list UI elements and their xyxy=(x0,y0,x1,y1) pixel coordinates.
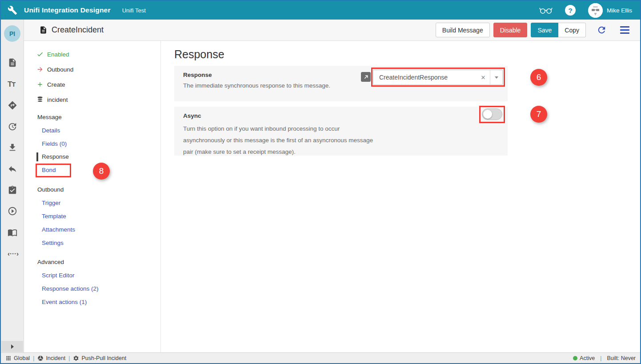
nav-item-bond[interactable]: Bond xyxy=(42,167,56,173)
nav-item-response-actions[interactable]: Response actions (2) xyxy=(42,285,99,292)
grid-icon xyxy=(5,355,12,361)
integration-avatar[interactable]: PI xyxy=(4,25,20,42)
wrench-icon xyxy=(8,5,17,15)
nav-item-settings[interactable]: Settings xyxy=(42,240,64,246)
nav-item-details[interactable]: Details xyxy=(42,127,60,134)
statusbar-status: Active Built: Never xyxy=(573,355,636,361)
save-button[interactable]: Save xyxy=(531,23,558,37)
unifi-integration-designer-app: Unifi Integration Designer Unifi Test xyxy=(0,0,641,364)
async-toggle[interactable] xyxy=(482,108,502,120)
text-fields-icon[interactable]: TT xyxy=(8,80,17,90)
active-status-dot xyxy=(573,356,577,360)
environment-label: Unifi Test xyxy=(122,7,146,14)
icon-rail: PI TT ‹···› xyxy=(1,20,24,352)
download-icon[interactable] xyxy=(8,143,17,152)
glasses-icon[interactable] xyxy=(539,6,553,15)
annotation-badge-8: 8 xyxy=(93,163,110,180)
directions-icon[interactable] xyxy=(8,100,17,110)
clear-icon[interactable] xyxy=(477,74,490,81)
open-reference-icon[interactable] xyxy=(361,72,371,82)
built-status-label: Built: Never xyxy=(607,355,636,361)
statusbar-divider xyxy=(600,355,601,361)
nav-item-template[interactable]: Template xyxy=(42,213,66,220)
nav-item-response[interactable]: Response xyxy=(42,153,69,160)
header-buttons: Build Message Disable Save Copy xyxy=(436,23,633,37)
user-name: Mike Ellis xyxy=(607,7,632,14)
selected-indicator xyxy=(36,152,38,161)
async-description-line: Turn this option on if you want inbound … xyxy=(183,123,373,135)
status-enabled-label: Enabled xyxy=(47,51,69,58)
status-action: Create xyxy=(36,81,65,88)
plus-icon xyxy=(36,81,44,88)
refresh-icon[interactable] xyxy=(597,25,607,35)
book-icon[interactable] xyxy=(8,228,17,237)
annotation-badge-7: 7 xyxy=(530,106,547,123)
gear-icon xyxy=(73,355,79,361)
database-icon xyxy=(36,96,44,103)
response-field-label: Response xyxy=(183,72,212,78)
statusbar-process: Incident xyxy=(37,355,65,361)
process-icon xyxy=(37,355,44,361)
copy-button[interactable]: Copy xyxy=(558,23,586,37)
status-table: incident xyxy=(36,96,68,103)
disable-button[interactable]: Disable xyxy=(493,23,528,37)
check-icon xyxy=(36,51,44,58)
nav-section-outbound: Outbound xyxy=(37,186,64,193)
section-heading: Response xyxy=(174,48,224,61)
page-title: CreateIncident xyxy=(52,25,104,35)
annotation-badge-6: 6 xyxy=(530,69,547,86)
help-icon[interactable] xyxy=(565,5,576,16)
nav-item-attachments[interactable]: Attachments xyxy=(42,226,75,233)
status-enabled: Enabled xyxy=(36,51,69,58)
message-side-nav: Enabled Outbound Create incident Message… xyxy=(24,41,161,352)
user-avatar[interactable] xyxy=(588,3,603,18)
statusbar-process-label: Incident xyxy=(46,355,65,361)
async-description-line: pair (make sure to set a receipt message… xyxy=(183,146,373,158)
document-icon[interactable] xyxy=(8,58,17,68)
arrow-right-icon xyxy=(36,66,44,73)
active-status-label: Active xyxy=(580,355,595,361)
menu-icon[interactable] xyxy=(620,26,629,34)
collapse-panel-button[interactable] xyxy=(1,341,23,352)
message-header: CreateIncident Build Message Disable Sav… xyxy=(24,20,640,41)
async-field-card: Async Turn this option on if you want in… xyxy=(174,107,508,156)
statusbar-integration: Push-Pull Incident xyxy=(73,355,126,361)
nav-item-event-actions[interactable]: Event actions (1) xyxy=(42,299,87,305)
topbar: Unifi Integration Designer Unifi Test xyxy=(1,1,640,20)
response-input[interactable] xyxy=(373,70,477,84)
nav-item-trigger[interactable]: Trigger xyxy=(42,200,60,206)
nav-section-advanced: Advanced xyxy=(37,259,64,265)
async-field-description: Turn this option on if you want inbound … xyxy=(183,123,373,158)
status-direction: Outbound xyxy=(36,66,73,73)
reply-icon[interactable] xyxy=(8,164,17,174)
topbar-actions: Mike Ellis xyxy=(539,3,640,18)
play-circle-icon[interactable] xyxy=(8,206,17,216)
statusbar: Global Incident Push-Pull Incident Activ… xyxy=(1,352,640,363)
statusbar-scope: Global xyxy=(5,355,30,361)
status-table-label: incident xyxy=(47,96,68,103)
toggle-knob xyxy=(483,110,492,119)
update-icon[interactable] xyxy=(8,122,17,132)
response-field-description: The immediate synchronous response to th… xyxy=(183,82,330,89)
nav-item-fields[interactable]: Fields (0) xyxy=(42,140,67,147)
async-description-line: asynchronously or this message is the fi… xyxy=(183,135,373,146)
statusbar-divider xyxy=(68,355,70,361)
code-icon[interactable]: ‹···› xyxy=(8,250,17,260)
statusbar-integration-label: Push-Pull Incident xyxy=(81,355,126,361)
document-icon xyxy=(39,26,48,34)
nav-item-script-editor[interactable]: Script Editor xyxy=(42,272,75,279)
status-action-label: Create xyxy=(47,81,65,88)
nav-section-message: Message xyxy=(37,114,62,120)
statusbar-divider xyxy=(33,355,34,361)
build-message-button[interactable]: Build Message xyxy=(436,23,490,37)
statusbar-scope-label: Global xyxy=(14,355,30,361)
tasks-icon[interactable] xyxy=(8,185,17,195)
response-combobox xyxy=(373,70,503,85)
app-title: Unifi Integration Designer xyxy=(24,6,111,14)
status-direction-label: Outbound xyxy=(47,66,73,73)
async-field-label: Async xyxy=(183,112,201,119)
chevron-down-icon[interactable] xyxy=(490,76,502,79)
